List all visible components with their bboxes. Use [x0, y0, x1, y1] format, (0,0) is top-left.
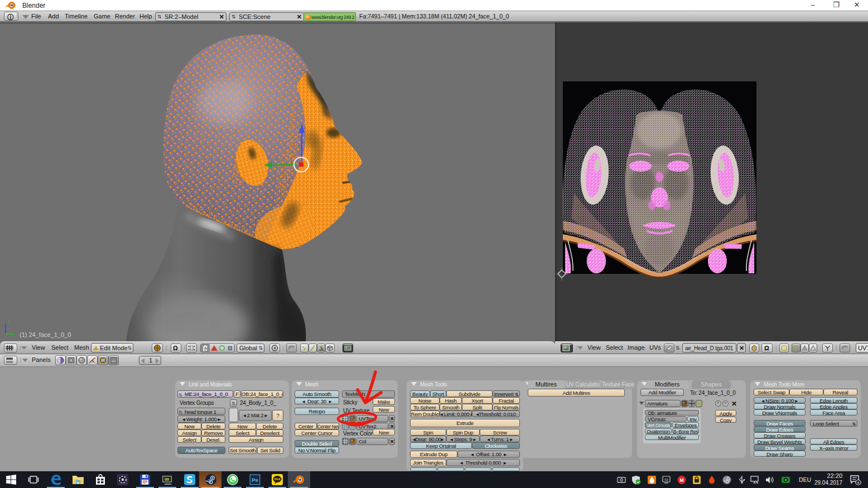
svg-text:(1) 24_face_1_0_0: (1) 24_face_1_0_0	[20, 331, 71, 338]
svg-text:4: 4	[857, 481, 860, 485]
svg-text:z: z	[8, 318, 11, 323]
svg-text:99: 99	[165, 477, 169, 481]
svg-text:M: M	[679, 477, 683, 483]
svg-text:TALK: TALK	[274, 478, 281, 481]
svg-text:53: 53	[664, 478, 668, 481]
svg-text:Ps: Ps	[252, 477, 258, 483]
